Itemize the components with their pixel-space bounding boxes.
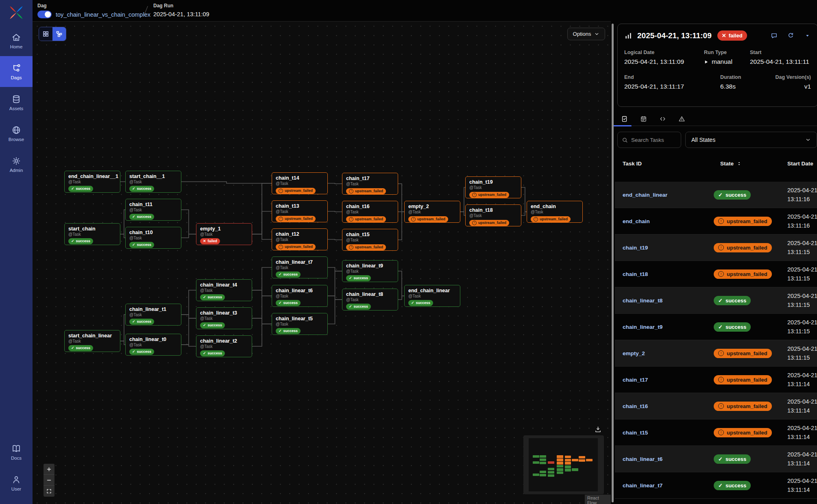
tab-code[interactable]: [653, 112, 672, 126]
graph-node-chain_linear_t2[interactable]: chain_linear_t2@Task✓success: [196, 335, 252, 357]
dag-name-link[interactable]: toy_chain_linear_vs_chain_complex: [56, 11, 150, 18]
state-filter-select[interactable]: All States: [685, 132, 817, 148]
column-state-sort[interactable]: State: [720, 161, 742, 167]
sidebar-item-label: Assets: [9, 106, 24, 111]
graph-node-end_chain_linear[interactable]: end_chain_linear@Task✓success: [404, 285, 460, 307]
task-id-link[interactable]: chain_linear_t7: [623, 482, 662, 489]
field-label: Dag Version(s): [773, 74, 811, 80]
graph-node-chain_t14[interactable]: chain_t14@Task↑upstream_failed: [272, 172, 328, 194]
graph-node-chain_linear_t6[interactable]: chain_linear_t6@Task✓success: [272, 285, 328, 307]
zoom-out-button[interactable]: [44, 475, 54, 486]
graph-node-end_chain_linear__1[interactable]: end_chain_linear__1@Task✓success: [64, 171, 120, 193]
graph-node-chain_t12[interactable]: chain_t12@Task↑upstream_failed: [272, 228, 328, 250]
search-tasks-field[interactable]: [617, 132, 681, 148]
task-id-link[interactable]: chain_t17: [623, 377, 648, 383]
sidebar-item-browse[interactable]: Browse: [0, 118, 33, 149]
task-id-link[interactable]: chain_linear_t6: [623, 456, 662, 462]
airflow-logo[interactable]: [0, 0, 33, 25]
task-id-link[interactable]: chain_t18: [623, 271, 648, 277]
task-id-link[interactable]: empty_2: [623, 350, 645, 356]
graph-node-chain_t13[interactable]: chain_t13@Task↑upstream_failed: [272, 200, 328, 222]
graph-node-chain_linear_t4[interactable]: chain_linear_t4@Task✓success: [196, 279, 252, 301]
node-title: chain_t11: [129, 202, 177, 207]
fit-view-button[interactable]: [44, 486, 54, 497]
home-icon: [11, 33, 21, 42]
panel-scrollbar[interactable]: [612, 24, 614, 502]
task-start-date: 2025-04-21,13:11:14: [787, 476, 817, 495]
task-id-link[interactable]: chain_t19: [623, 245, 648, 251]
sidebar-item-dags[interactable]: Dags: [0, 56, 33, 87]
node-operator: @Task: [200, 288, 248, 293]
task-start-date: 2025-04-21,13:11:15: [787, 239, 817, 257]
graph-node-chain_t18[interactable]: chain_t18@Task↑upstream_failed: [465, 204, 521, 226]
sidebar-item-home[interactable]: Home: [0, 25, 33, 56]
graph-node-start_chain_linear[interactable]: start_chain_linear@Task✓success: [64, 330, 120, 352]
graph-node-chain_linear_t1[interactable]: chain_linear_t1@Task✓success: [125, 304, 181, 326]
task-id-link[interactable]: end_chain_linear: [623, 192, 667, 198]
graph-node-chain_t10[interactable]: chain_t10@Task✓success: [125, 227, 181, 249]
sidebar-item-docs[interactable]: Docs: [0, 437, 33, 467]
node-state-badge: ✓success: [68, 238, 93, 244]
task-start-date: 2025-04-21,13:11:16: [787, 212, 817, 230]
node-title: chain_t14: [276, 175, 324, 181]
graph-edge-chain_linear_t4-to-chain_linear_t6: [252, 290, 272, 296]
dags-icon: [11, 63, 21, 73]
graph-node-chain_t16[interactable]: chain_t16@Task↑upstream_failed: [342, 201, 398, 223]
graph-node-chain_linear_t5[interactable]: chain_linear_t5@Task✓success: [272, 313, 328, 335]
graph-edge-chain_linear_t1-to-chain_linear_t4: [181, 290, 196, 315]
sidebar-item-label: Docs: [11, 456, 22, 461]
graph-node-empty_2[interactable]: empty_2@Task↑upstream_failed: [404, 201, 460, 223]
graph-node-chain_linear_t9[interactable]: chain_linear_t9@Task✓success: [342, 260, 398, 282]
graph-node-start_chain__1[interactable]: start_chain__1@Task✓success: [125, 171, 181, 193]
check-icon: ✓: [203, 323, 206, 327]
graph-node-chain_t11[interactable]: chain_t11@Task✓success: [125, 199, 181, 221]
caret-down-icon[interactable]: [804, 32, 811, 39]
sidebar-item-admin[interactable]: Admin: [0, 149, 33, 180]
node-state-badge: ✓success: [200, 294, 225, 300]
minimap-node-chain_linear_t8: [565, 469, 571, 471]
node-title: empty_1: [200, 226, 248, 232]
graph-node-chain_t19[interactable]: chain_t19@Task↑upstream_failed: [465, 176, 521, 198]
tab-task-instances[interactable]: [615, 112, 634, 126]
node-state-badge: ↑upstream_failed: [469, 220, 509, 226]
grid-view-button[interactable]: [39, 27, 52, 41]
task-id-link[interactable]: chain_t15: [623, 430, 648, 436]
node-state-badge: ✓success: [346, 275, 371, 281]
node-title: chain_linear_t4: [200, 282, 248, 288]
graph-node-empty_1[interactable]: empty_1@Task✕failed: [196, 223, 252, 245]
upstream-arrow-icon: ↑: [349, 189, 353, 193]
dag-pause-toggle[interactable]: [37, 11, 52, 18]
task-id-link[interactable]: chain_linear_t8: [623, 298, 662, 304]
minimap-node-chain_t11: [540, 458, 546, 461]
graph-node-chain_linear_t3[interactable]: chain_linear_t3@Task✓success: [196, 307, 252, 329]
grid-icon: [42, 30, 49, 37]
task-id-link[interactable]: chain_t16: [623, 403, 648, 409]
graph-node-chain_t17[interactable]: chain_t17@Task↑upstream_failed: [342, 173, 398, 195]
graph-node-end_chain[interactable]: end_chain@Task↑upstream_failed: [527, 201, 583, 223]
sidebar-item-user[interactable]: User: [0, 467, 33, 498]
task-id-link[interactable]: chain_linear_t9: [623, 324, 662, 330]
field-label: Logical Date: [624, 50, 704, 55]
task-id-link[interactable]: end_chain: [623, 218, 650, 224]
graph-node-chain_t15[interactable]: chain_t15@Task↑upstream_failed: [342, 229, 398, 251]
graph-view-button[interactable]: [52, 27, 66, 41]
note-icon[interactable]: [771, 32, 778, 39]
sidebar-item-assets[interactable]: Assets: [0, 87, 33, 118]
graph-node-start_chain[interactable]: start_chain@Task✓success: [64, 223, 120, 245]
search-tasks-input[interactable]: [631, 137, 672, 143]
minimap-node-chain_t14: [557, 455, 563, 458]
play-icon: [704, 60, 708, 64]
retry-icon[interactable]: [787, 32, 794, 39]
graph-minimap[interactable]: [523, 435, 604, 494]
tab-backfills[interactable]: [634, 112, 653, 126]
tab-events[interactable]: [672, 112, 691, 126]
graph-node-chain_linear_t0[interactable]: chain_linear_t0@Task✓success: [125, 334, 181, 356]
download-image-icon[interactable]: [594, 426, 602, 433]
graph-options-button[interactable]: Options: [567, 28, 605, 40]
dag-graph-canvas[interactable]: Options end_chain_linear__1@Task✓success…: [33, 21, 611, 504]
graph-node-chain_linear_t7[interactable]: chain_linear_t7@Task✓success: [272, 256, 328, 278]
graph-node-chain_linear_t8[interactable]: chain_linear_t8@Task✓success: [342, 289, 398, 311]
task-row-chain_linear_t6: chain_linear_t6✓success2025-04-21,13:11:…: [615, 446, 817, 472]
graph-edge-empty_2-to-chain_t18: [460, 212, 465, 215]
zoom-in-button[interactable]: [44, 464, 54, 475]
